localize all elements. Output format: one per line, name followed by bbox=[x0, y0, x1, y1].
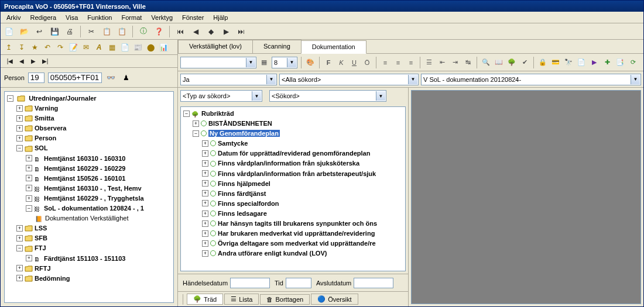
nav-prev[interactable]: ◀ bbox=[17, 57, 26, 66]
align-left-icon[interactable]: ≡ bbox=[380, 57, 390, 68]
nav-next-icon[interactable]: ▶ bbox=[220, 26, 232, 37]
record-icon[interactable]: ⬤ bbox=[145, 42, 156, 53]
align-center-icon[interactable]: ≡ bbox=[393, 57, 403, 68]
tree-toggle[interactable]: + bbox=[26, 175, 32, 181]
doc2-icon[interactable]: 📄 bbox=[576, 57, 587, 68]
tree-toggle[interactable]: + bbox=[202, 140, 208, 147]
node-person[interactable]: Person bbox=[35, 134, 56, 142]
input-handelsedatum[interactable] bbox=[230, 278, 270, 288]
input-tid[interactable] bbox=[286, 278, 311, 288]
card-icon[interactable]: 💳 bbox=[550, 57, 561, 68]
underline-icon[interactable]: U bbox=[349, 57, 359, 68]
copy2-icon[interactable]: 📑 bbox=[615, 57, 625, 68]
node-sol-dok[interactable]: SoL - dokumentation 120824 - , 1 bbox=[44, 205, 144, 212]
rubrik-item[interactable]: Har hänsyn tagits till brukarens synpunk… bbox=[218, 220, 377, 227]
bino-icon[interactable]: 🔭 bbox=[563, 57, 574, 68]
nav-last-icon[interactable]: ⏭ bbox=[235, 26, 247, 37]
node-fardtjanst[interactable]: Färdtjänst 151103 - 151103 bbox=[44, 255, 125, 262]
node-hemtjanst1[interactable]: Hemtjänst 160310 - 160310 bbox=[44, 155, 125, 162]
tree-toggle[interactable]: + bbox=[16, 135, 23, 142]
nav-last[interactable]: ▶| bbox=[40, 57, 50, 66]
tree-toggle[interactable]: − bbox=[193, 130, 199, 137]
tree-toggle[interactable]: + bbox=[202, 180, 208, 187]
tab-dokumentation[interactable]: Dokumentation bbox=[301, 40, 366, 54]
mail-icon[interactable]: ✉ bbox=[80, 42, 92, 53]
node-sol[interactable]: SOL bbox=[35, 145, 48, 152]
rubrik-item[interactable]: Samtycke bbox=[218, 140, 248, 147]
strike-icon[interactable]: Ö bbox=[362, 57, 372, 68]
sokord-select[interactable]: <Sökord>▼ bbox=[269, 90, 386, 102]
search-icon[interactable]: 🔍 bbox=[481, 57, 491, 68]
new-icon[interactable]: 📄 bbox=[3, 26, 15, 37]
btab-trad[interactable]: 🌳Träd bbox=[187, 294, 223, 305]
tree-toggle[interactable]: + bbox=[202, 220, 208, 227]
rubrik-item[interactable]: Datum för upprättad/reviderad genomföran… bbox=[218, 150, 370, 157]
rubrik-root[interactable]: Rubrikträd bbox=[201, 110, 234, 117]
tab-scanning[interactable]: Scanning bbox=[252, 40, 302, 53]
grid-icon[interactable]: ▦ bbox=[106, 42, 118, 53]
tree-toggle[interactable]: + bbox=[202, 200, 208, 206]
tree-toggle[interactable]: + bbox=[16, 275, 23, 281]
tree-toggle[interactable]: + bbox=[16, 235, 23, 242]
copy-icon[interactable]: 📋 bbox=[101, 26, 112, 37]
undo-icon[interactable]: ↶ bbox=[42, 42, 53, 53]
node-hemtjanst4[interactable]: Hemtjänst 160310 - , Test, Hemv bbox=[44, 185, 142, 192]
typ-sokord-select[interactable]: <Typ av sökord>▼ bbox=[180, 90, 262, 102]
rubrik-item[interactable]: Finns färdtjänst bbox=[218, 190, 266, 197]
tree-toggle[interactable]: − bbox=[26, 205, 32, 212]
nav-first[interactable]: |◀ bbox=[5, 57, 15, 66]
nav-stop-icon[interactable]: ◆ bbox=[205, 26, 217, 37]
tree-toggle[interactable]: + bbox=[26, 155, 32, 161]
field-sokord-all[interactable]: <Alla sökord>▼ bbox=[279, 74, 419, 85]
tree-toggle[interactable]: + bbox=[202, 230, 208, 237]
tree-toggle[interactable]: + bbox=[26, 255, 32, 261]
info-icon[interactable]: ⓘ bbox=[138, 26, 149, 37]
tree-toggle[interactable]: + bbox=[26, 165, 32, 171]
rubrik-item[interactable]: Övriga deltagare som medverkat vid upprä… bbox=[218, 240, 376, 247]
star-icon[interactable]: ★ bbox=[29, 42, 40, 53]
print-icon[interactable]: 🖨 bbox=[64, 26, 76, 37]
menu-hjalp[interactable]: Hjälp bbox=[208, 13, 232, 22]
up-icon[interactable]: ↥ bbox=[3, 42, 15, 53]
play-icon[interactable]: ▶ bbox=[589, 57, 600, 68]
node-bistand[interactable]: BISTÅNDSENHETEN bbox=[208, 120, 272, 127]
italic-icon[interactable]: K bbox=[336, 57, 347, 68]
open-icon[interactable]: 📂 bbox=[18, 26, 30, 37]
book-icon[interactable]: 📖 bbox=[494, 57, 504, 68]
align-right-icon[interactable]: ≡ bbox=[406, 57, 416, 68]
bold-icon[interactable]: F bbox=[323, 57, 334, 68]
tree-root[interactable]: Utredningar/Journaler bbox=[29, 95, 97, 102]
rubrik-item[interactable]: Finns vårdplan/information från sjuksköt… bbox=[218, 160, 359, 167]
down-icon[interactable]: ↧ bbox=[16, 42, 28, 53]
left-tree[interactable]: − Utredningar/Journaler +Varning +Smitta… bbox=[5, 92, 173, 284]
tree-toggle[interactable]: + bbox=[202, 160, 208, 167]
node-observera[interactable]: Observera bbox=[35, 125, 66, 132]
tree-toggle[interactable]: + bbox=[16, 115, 23, 122]
btab-lista[interactable]: ☰Lista bbox=[224, 294, 259, 305]
node-hemtjanst5[interactable]: Hemtjänst 160229 - , Trygghetsla bbox=[44, 195, 144, 202]
tree-toggle[interactable]: + bbox=[202, 190, 208, 196]
rubrik-item[interactable]: Andra utförare enligt kundval (LOV) bbox=[218, 250, 327, 257]
rubrik-item[interactable]: Finns ledsagare bbox=[218, 210, 267, 217]
node-bedomning[interactable]: Bedömning bbox=[35, 275, 70, 282]
menu-format[interactable]: Format bbox=[117, 13, 147, 22]
tree-toggle[interactable]: + bbox=[202, 240, 208, 247]
menu-fonster[interactable]: Fönster bbox=[177, 13, 208, 22]
field-doc[interactable]: V SoL - dokumentation 20120824-▼ bbox=[421, 74, 641, 85]
node-lss[interactable]: LSS bbox=[35, 225, 47, 232]
person-num-input[interactable] bbox=[28, 73, 44, 83]
doc-icon[interactable]: 📄 bbox=[119, 42, 131, 53]
btab-borttagen[interactable]: 🗑Borttagen bbox=[260, 294, 310, 305]
tab-verkstallighet[interactable]: Verkställighet (lov) bbox=[178, 40, 253, 53]
rubrik-item[interactable]: Finns vårdplan/information från arbetste… bbox=[218, 170, 376, 177]
paste-icon[interactable]: 📋 bbox=[116, 26, 128, 37]
node-rftj[interactable]: RFTJ bbox=[35, 265, 51, 272]
node-ftj[interactable]: FTJ bbox=[35, 245, 46, 252]
person-id-input[interactable] bbox=[48, 73, 102, 83]
nav-prev-icon[interactable]: ◀ bbox=[190, 26, 201, 37]
save-icon[interactable]: 💾 bbox=[49, 26, 60, 37]
menu-arkiv[interactable]: Arkiv bbox=[2, 13, 25, 22]
lock-icon[interactable]: 🔒 bbox=[537, 57, 548, 68]
tree-toggle[interactable]: + bbox=[16, 125, 23, 132]
tree-toggle[interactable]: + bbox=[202, 150, 208, 157]
